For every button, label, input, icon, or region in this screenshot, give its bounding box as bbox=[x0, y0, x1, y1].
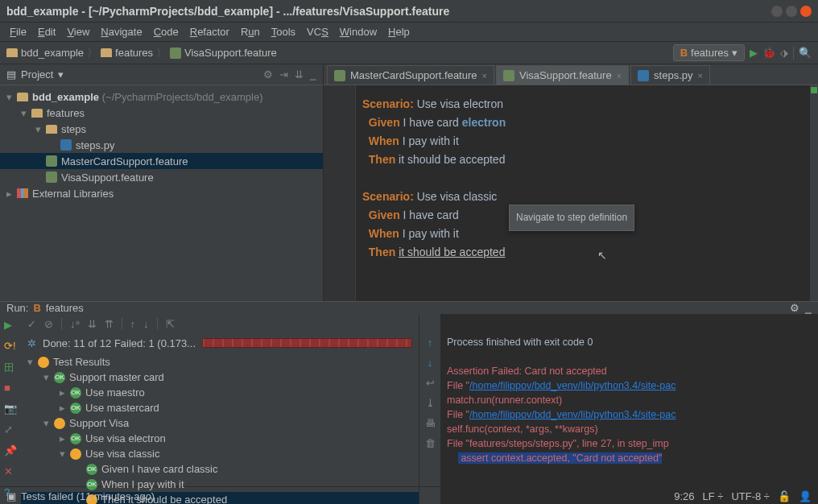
show-passed-icon[interactable]: ✓ bbox=[27, 318, 36, 330]
step-link[interactable]: it should be accepted bbox=[399, 246, 505, 258]
test-tree-row[interactable]: OKSupport master card bbox=[21, 370, 419, 385]
close-tab-icon[interactable]: × bbox=[482, 71, 487, 81]
show-ignored-icon[interactable]: ⊘ bbox=[44, 318, 53, 330]
caret-position[interactable]: 9:26 bbox=[674, 490, 694, 502]
project-tree-row[interactable]: features bbox=[0, 105, 323, 121]
close-button[interactable]: ✕ bbox=[4, 465, 17, 478]
menu-file[interactable]: File bbox=[5, 24, 31, 39]
editor-tab[interactable]: steps.py× bbox=[630, 65, 710, 85]
menu-help[interactable]: Help bbox=[383, 24, 415, 39]
expand-icon[interactable] bbox=[43, 371, 53, 383]
debug-button[interactable]: 🐞 bbox=[762, 47, 775, 59]
project-tree-row[interactable]: VisaSupport.feature bbox=[0, 169, 323, 185]
stacktrace-link[interactable]: /home/filippov/bdd_venv/lib/python3.4/si… bbox=[469, 409, 675, 420]
expand-icon[interactable] bbox=[60, 402, 69, 414]
run-config-selector[interactable]: B features bbox=[673, 44, 745, 61]
scroll-to-end-icon[interactable]: ⤓ bbox=[426, 397, 435, 409]
project-tree-row[interactable]: steps bbox=[0, 121, 323, 137]
dump-threads-button[interactable]: 📷 bbox=[4, 403, 17, 415]
expand-icon[interactable] bbox=[27, 356, 37, 368]
run-button[interactable]: ▶ bbox=[750, 47, 758, 59]
test-tree-row[interactable]: OKUse maestro bbox=[21, 385, 419, 400]
expand-icon[interactable] bbox=[60, 386, 69, 399]
down-stacktrace-icon[interactable]: ↓ bbox=[428, 357, 433, 369]
coverage-button[interactable]: ⬗ bbox=[780, 47, 788, 59]
project-tree-row[interactable]: External Libraries bbox=[0, 185, 323, 201]
error-stripe[interactable] bbox=[810, 85, 818, 301]
clear-icon[interactable]: 🗑 bbox=[425, 437, 436, 449]
project-tree-row[interactable]: MasterCardSupport.feature bbox=[0, 153, 323, 169]
stop-button[interactable]: ■ bbox=[4, 382, 17, 395]
autoscroll-icon[interactable]: ⇥ bbox=[279, 68, 288, 81]
menu-vcs[interactable]: VCS bbox=[302, 24, 333, 39]
code-area[interactable]: Scenario: Use visa electron Given I have… bbox=[356, 85, 818, 301]
expand-icon[interactable] bbox=[6, 188, 16, 200]
menu-navigate[interactable]: Navigate bbox=[96, 24, 147, 39]
restore-layout-button[interactable]: ⤢ bbox=[4, 423, 17, 436]
expand-icon[interactable] bbox=[35, 123, 45, 135]
hector-icon[interactable]: 👤 bbox=[799, 490, 812, 502]
expand-icon[interactable] bbox=[60, 448, 69, 460]
rerun-button[interactable]: ▶ bbox=[4, 319, 17, 332]
pin-button[interactable]: 📌 bbox=[4, 444, 17, 457]
breadcrumb-item[interactable]: VisaSupport.feature bbox=[170, 47, 277, 59]
expand-icon[interactable] bbox=[6, 91, 16, 103]
test-tree-row[interactable]: OKGiven I have card classic bbox=[21, 461, 419, 477]
editor-tab[interactable]: VisaSupport.feature× bbox=[496, 65, 629, 85]
menu-edit[interactable]: Edit bbox=[33, 24, 60, 39]
breadcrumb-item[interactable]: bdd_example bbox=[6, 47, 84, 59]
line-separator[interactable]: LF ÷ bbox=[702, 490, 723, 502]
maximize-button[interactable] bbox=[786, 6, 797, 17]
rerun-failed-button[interactable]: ⟳! bbox=[4, 340, 17, 353]
export-icon[interactable]: ⇱ bbox=[166, 318, 175, 330]
close-tab-icon[interactable]: × bbox=[617, 71, 622, 81]
editor-body[interactable]: Scenario: Use visa electron Given I have… bbox=[324, 85, 818, 301]
editor-tab[interactable]: MasterCardSupport.feature× bbox=[327, 65, 494, 85]
menu-tools[interactable]: Tools bbox=[266, 24, 300, 39]
gear-icon[interactable] bbox=[790, 302, 799, 314]
prev-failed-icon[interactable]: ↑ bbox=[130, 318, 136, 330]
tool-windows-icon[interactable]: ▣ bbox=[6, 490, 16, 502]
close-tab-icon[interactable]: × bbox=[698, 71, 703, 81]
expand-all-icon[interactable]: ⇊ bbox=[88, 318, 97, 330]
collapse-all-icon[interactable]: ⇊ bbox=[295, 68, 304, 81]
next-failed-icon[interactable]: ↓ bbox=[143, 318, 149, 330]
project-panel-title[interactable]: ▤ Project bbox=[6, 68, 263, 81]
project-tree-row[interactable]: bdd_example (~/PycharmProjects/bdd_examp… bbox=[0, 89, 323, 105]
test-tree[interactable]: Test ResultsOKSupport master cardOKUse m… bbox=[21, 353, 419, 504]
soft-wrap-icon[interactable]: ↩ bbox=[426, 377, 435, 389]
expand-icon[interactable] bbox=[60, 432, 69, 444]
menu-window[interactable]: Window bbox=[335, 24, 382, 39]
search-button[interactable] bbox=[799, 47, 812, 59]
gear-icon[interactable]: ✲ bbox=[27, 337, 36, 349]
menu-refactor[interactable]: Refactor bbox=[185, 24, 234, 39]
console-output[interactable]: Process finished with exit code 0 Assert… bbox=[440, 314, 818, 504]
minimize-button[interactable] bbox=[771, 6, 783, 17]
readonly-toggle-icon[interactable]: 🔓 bbox=[778, 490, 791, 502]
breadcrumb-item[interactable]: features bbox=[101, 47, 153, 59]
gear-icon[interactable] bbox=[263, 68, 273, 81]
hide-button[interactable] bbox=[805, 302, 812, 314]
test-tree-row[interactable]: OKUse visa electron bbox=[21, 431, 419, 446]
toggle-autotest-button[interactable]: 田 bbox=[4, 361, 17, 374]
test-tree-row[interactable]: Use visa classic bbox=[21, 446, 419, 461]
up-stacktrace-icon[interactable]: ↑ bbox=[428, 337, 433, 349]
expand-icon[interactable] bbox=[21, 107, 31, 119]
sort-icon[interactable]: ↓ᵃ bbox=[70, 318, 80, 330]
collapse-all-icon[interactable]: ⇈ bbox=[105, 318, 114, 330]
project-tree-row[interactable]: steps.py bbox=[0, 137, 323, 153]
stacktrace-link[interactable]: /home/filippov/bdd_venv/lib/python3.4/si… bbox=[469, 380, 675, 391]
close-button[interactable] bbox=[800, 6, 812, 17]
menu-run[interactable]: Run bbox=[236, 24, 265, 39]
test-tree-row[interactable]: Test Results bbox=[21, 354, 419, 370]
hide-button[interactable] bbox=[310, 68, 316, 81]
test-tree-row[interactable]: Support Visa bbox=[21, 415, 419, 431]
menu-view[interactable]: View bbox=[62, 24, 94, 39]
file-encoding[interactable]: UTF-8 ÷ bbox=[731, 490, 770, 502]
print-icon[interactable]: 🖶 bbox=[425, 417, 436, 429]
test-tree-row[interactable]: OKUse mastercard bbox=[21, 400, 419, 415]
editor-gutter[interactable] bbox=[324, 85, 356, 301]
menu-code[interactable]: Code bbox=[149, 24, 184, 39]
expand-icon[interactable] bbox=[43, 417, 53, 429]
project-tree[interactable]: bdd_example (~/PycharmProjects/bdd_examp… bbox=[0, 85, 323, 301]
